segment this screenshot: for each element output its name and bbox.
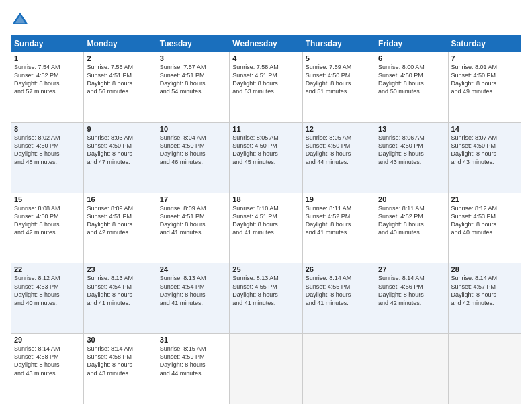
calendar-cell: 3Sunrise: 7:57 AMSunset: 4:51 PMDaylight… [157, 52, 229, 123]
day-number: 27 [378, 265, 445, 273]
day-info: Sunrise: 8:15 AMSunset: 4:59 PMDaylight:… [160, 345, 226, 377]
calendar-cell [230, 334, 302, 404]
calendar-cell: 23Sunrise: 8:13 AMSunset: 4:54 PMDayligh… [84, 263, 157, 334]
day-info: Sunrise: 7:59 AMSunset: 4:50 PMDaylight:… [306, 63, 372, 96]
calendar-cell [302, 334, 375, 404]
page: SundayMondayTuesdayWednesdayThursdayFrid… [0, 0, 532, 411]
day-info: Sunrise: 8:06 AMSunset: 4:50 PMDaylight:… [378, 134, 445, 167]
day-header-sunday: Sunday [11, 36, 84, 52]
calendar-cell: 18Sunrise: 8:10 AMSunset: 4:51 PMDayligh… [230, 193, 302, 263]
day-number: 12 [306, 125, 372, 133]
day-number: 17 [160, 195, 226, 203]
day-number: 7 [451, 54, 518, 62]
calendar-cell: 12Sunrise: 8:05 AMSunset: 4:50 PMDayligh… [302, 122, 375, 193]
calendar-cell: 22Sunrise: 8:12 AMSunset: 4:53 PMDayligh… [11, 263, 84, 334]
calendar-cell: 20Sunrise: 8:11 AMSunset: 4:52 PMDayligh… [375, 193, 448, 263]
day-number: 1 [14, 54, 81, 62]
day-header-monday: Monday [84, 36, 157, 52]
day-number: 13 [378, 125, 445, 133]
day-header-saturday: Saturday [448, 36, 521, 52]
day-info: Sunrise: 8:14 AMSunset: 4:58 PMDaylight:… [87, 345, 153, 377]
day-info: Sunrise: 8:05 AMSunset: 4:50 PMDaylight:… [306, 134, 372, 167]
calendar-week-2: 8Sunrise: 8:02 AMSunset: 4:50 PMDaylight… [11, 122, 521, 193]
day-info: Sunrise: 8:09 AMSunset: 4:51 PMDaylight:… [160, 204, 226, 237]
calendar-body: 1Sunrise: 7:54 AMSunset: 4:52 PMDaylight… [11, 52, 521, 404]
calendar-cell [448, 334, 521, 404]
calendar-cell: 13Sunrise: 8:06 AMSunset: 4:50 PMDayligh… [375, 122, 448, 193]
calendar-cell: 6Sunrise: 8:00 AMSunset: 4:50 PMDaylight… [375, 52, 448, 123]
day-info: Sunrise: 7:54 AMSunset: 4:52 PMDaylight:… [14, 63, 81, 96]
logo [11, 11, 32, 30]
day-info: Sunrise: 8:14 AMSunset: 4:55 PMDaylight:… [306, 274, 372, 307]
day-info: Sunrise: 8:13 AMSunset: 4:55 PMDaylight:… [232, 274, 299, 307]
calendar-cell: 29Sunrise: 8:14 AMSunset: 4:58 PMDayligh… [11, 334, 84, 404]
day-number: 25 [232, 265, 299, 273]
calendar-cell: 8Sunrise: 8:02 AMSunset: 4:50 PMDaylight… [11, 122, 84, 193]
day-number: 14 [451, 125, 518, 133]
logo-icon [11, 11, 30, 30]
day-info: Sunrise: 8:14 AMSunset: 4:56 PMDaylight:… [378, 274, 445, 307]
day-header-thursday: Thursday [302, 36, 375, 52]
day-number: 21 [451, 195, 518, 203]
calendar-week-4: 22Sunrise: 8:12 AMSunset: 4:53 PMDayligh… [11, 263, 521, 334]
calendar-cell: 14Sunrise: 8:07 AMSunset: 4:50 PMDayligh… [448, 122, 521, 193]
header [11, 11, 521, 30]
day-info: Sunrise: 8:00 AMSunset: 4:50 PMDaylight:… [378, 63, 445, 96]
calendar-header: SundayMondayTuesdayWednesdayThursdayFrid… [11, 36, 521, 52]
calendar-cell: 10Sunrise: 8:04 AMSunset: 4:50 PMDayligh… [157, 122, 229, 193]
day-number: 19 [306, 195, 372, 203]
calendar: SundayMondayTuesdayWednesdayThursdayFrid… [11, 35, 521, 404]
day-number: 26 [306, 265, 372, 273]
calendar-cell: 19Sunrise: 8:11 AMSunset: 4:52 PMDayligh… [302, 193, 375, 263]
day-info: Sunrise: 8:07 AMSunset: 4:50 PMDaylight:… [451, 134, 518, 167]
day-number: 11 [232, 125, 299, 133]
day-number: 22 [14, 265, 81, 273]
day-header-wednesday: Wednesday [230, 36, 302, 52]
day-info: Sunrise: 8:14 AMSunset: 4:57 PMDaylight:… [451, 274, 518, 307]
day-number: 20 [378, 195, 445, 203]
calendar-cell: 28Sunrise: 8:14 AMSunset: 4:57 PMDayligh… [448, 263, 521, 334]
day-header-tuesday: Tuesday [157, 36, 229, 52]
day-info: Sunrise: 8:12 AMSunset: 4:53 PMDaylight:… [451, 204, 518, 237]
calendar-cell: 25Sunrise: 8:13 AMSunset: 4:55 PMDayligh… [230, 263, 302, 334]
day-number: 18 [232, 195, 299, 203]
calendar-cell: 15Sunrise: 8:08 AMSunset: 4:50 PMDayligh… [11, 193, 84, 263]
day-number: 6 [378, 54, 445, 62]
day-number: 15 [14, 195, 81, 203]
calendar-cell: 31Sunrise: 8:15 AMSunset: 4:59 PMDayligh… [157, 334, 229, 404]
day-info: Sunrise: 8:01 AMSunset: 4:50 PMDaylight:… [451, 63, 518, 96]
calendar-cell: 9Sunrise: 8:03 AMSunset: 4:50 PMDaylight… [84, 122, 157, 193]
calendar-cell: 7Sunrise: 8:01 AMSunset: 4:50 PMDaylight… [448, 52, 521, 123]
calendar-cell: 5Sunrise: 7:59 AMSunset: 4:50 PMDaylight… [302, 52, 375, 123]
day-number: 8 [14, 125, 81, 133]
day-number: 3 [160, 54, 226, 62]
day-number: 24 [160, 265, 226, 273]
day-number: 4 [232, 54, 299, 62]
calendar-cell: 1Sunrise: 7:54 AMSunset: 4:52 PMDaylight… [11, 52, 84, 123]
calendar-cell: 11Sunrise: 8:05 AMSunset: 4:50 PMDayligh… [230, 122, 302, 193]
calendar-cell: 26Sunrise: 8:14 AMSunset: 4:55 PMDayligh… [302, 263, 375, 334]
day-info: Sunrise: 8:12 AMSunset: 4:53 PMDaylight:… [14, 274, 81, 307]
calendar-week-5: 29Sunrise: 8:14 AMSunset: 4:58 PMDayligh… [11, 334, 521, 404]
day-info: Sunrise: 8:13 AMSunset: 4:54 PMDaylight:… [87, 274, 153, 307]
day-number: 2 [87, 54, 153, 62]
day-info: Sunrise: 8:10 AMSunset: 4:51 PMDaylight:… [232, 204, 299, 237]
day-number: 31 [160, 336, 226, 344]
day-info: Sunrise: 8:02 AMSunset: 4:50 PMDaylight:… [14, 134, 81, 167]
calendar-cell: 16Sunrise: 8:09 AMSunset: 4:51 PMDayligh… [84, 193, 157, 263]
calendar-cell [375, 334, 448, 404]
calendar-cell: 27Sunrise: 8:14 AMSunset: 4:56 PMDayligh… [375, 263, 448, 334]
day-number: 10 [160, 125, 226, 133]
day-info: Sunrise: 8:05 AMSunset: 4:50 PMDaylight:… [232, 134, 299, 167]
day-info: Sunrise: 8:11 AMSunset: 4:52 PMDaylight:… [378, 204, 445, 237]
day-number: 28 [451, 265, 518, 273]
calendar-cell: 21Sunrise: 8:12 AMSunset: 4:53 PMDayligh… [448, 193, 521, 263]
day-info: Sunrise: 8:03 AMSunset: 4:50 PMDaylight:… [87, 134, 153, 167]
header-row: SundayMondayTuesdayWednesdayThursdayFrid… [11, 36, 521, 52]
day-info: Sunrise: 7:57 AMSunset: 4:51 PMDaylight:… [160, 63, 226, 96]
day-info: Sunrise: 8:08 AMSunset: 4:50 PMDaylight:… [14, 204, 81, 237]
calendar-week-3: 15Sunrise: 8:08 AMSunset: 4:50 PMDayligh… [11, 193, 521, 263]
day-header-friday: Friday [375, 36, 448, 52]
day-number: 16 [87, 195, 153, 203]
day-info: Sunrise: 7:55 AMSunset: 4:51 PMDaylight:… [87, 63, 153, 96]
